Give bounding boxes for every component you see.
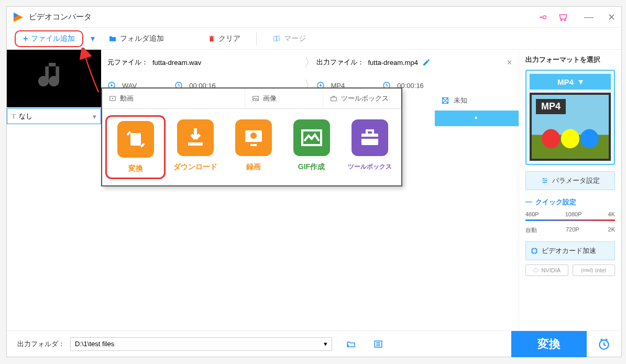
- chip-icon: [530, 247, 539, 255]
- convert-icon: [123, 127, 148, 152]
- svg-point-22: [545, 180, 546, 181]
- folder-icon: [108, 35, 117, 43]
- merge-icon: [272, 35, 281, 42]
- close-button[interactable]: ✕: [607, 13, 616, 22]
- tool-toolbox[interactable]: ツールボックス: [343, 119, 396, 175]
- res-480p[interactable]: 480P: [525, 211, 539, 217]
- resolution-slider[interactable]: [525, 219, 615, 221]
- quick-settings-label: クイック設定: [535, 197, 576, 207]
- tool-gif[interactable]: GIF作成: [285, 119, 338, 175]
- trash-icon: [208, 35, 215, 43]
- format-selector[interactable]: MP4 ▾ MP4: [525, 70, 615, 165]
- briefcase-icon: [357, 125, 382, 150]
- svg-point-18: [542, 129, 560, 149]
- gpu-nvidia-label: NVIDIA: [541, 267, 561, 273]
- gpu-accel-button[interactable]: ビデオカード加速: [525, 241, 615, 260]
- res-1080p[interactable]: 1080P: [565, 211, 582, 217]
- edit-bar-icon: [471, 114, 482, 123]
- tool-record-label: 録画: [246, 162, 261, 172]
- annotation-arrow: [78, 48, 109, 95]
- tools-tab-image[interactable]: 画像: [245, 89, 323, 108]
- tool-gif-label: GIF作成: [298, 162, 325, 172]
- svg-point-19: [561, 129, 579, 149]
- tool-download-label: ダウンロード: [173, 162, 217, 172]
- svg-rect-8: [331, 97, 337, 101]
- add-file-button[interactable]: + ファイル追加: [15, 30, 83, 47]
- tool-download[interactable]: ダウンロード: [169, 119, 222, 175]
- add-folder-label: フォルダ追加: [120, 34, 164, 43]
- svg-point-21: [543, 178, 544, 179]
- minimize-button[interactable]: —: [584, 13, 594, 22]
- gif-icon: [299, 125, 324, 150]
- res-auto[interactable]: 自動: [525, 226, 537, 234]
- gpu-btn-label: ビデオカード加速: [542, 246, 596, 256]
- merge-label: マージ: [284, 34, 306, 43]
- plus-icon: +: [23, 34, 28, 43]
- toolbox-icon: [330, 95, 338, 102]
- format-thumb-label: MP4: [536, 99, 566, 114]
- chevron-down-icon: ▾: [324, 340, 327, 348]
- tools-tab-toolbox-label: ツールボックス: [341, 94, 389, 103]
- tool-record[interactable]: 録画: [227, 119, 280, 175]
- source-filename: futta-dream.wav: [152, 59, 201, 67]
- cart-icon[interactable]: [558, 12, 568, 23]
- output-format-header: 出力フォーマットを選択: [525, 55, 615, 64]
- source-label: 元ファイル：: [107, 58, 148, 67]
- toolbar-separator: [256, 32, 257, 45]
- download-icon: [183, 125, 208, 150]
- chevron-down-icon: ▾: [579, 77, 583, 86]
- edit-bar-button[interactable]: [435, 111, 519, 126]
- svg-point-20: [580, 129, 599, 149]
- image-icon: [251, 95, 260, 102]
- output-folder-path: D:\1\test files: [75, 340, 114, 348]
- video-icon: [108, 95, 117, 102]
- format-thumbnail: MP4: [530, 93, 611, 161]
- tool-convert[interactable]: 変換: [105, 115, 166, 179]
- svg-rect-9: [130, 133, 141, 146]
- tool-convert-label: 変換: [128, 164, 143, 173]
- edit-icon[interactable]: [422, 58, 431, 67]
- res-4k[interactable]: 4K: [608, 211, 615, 217]
- tools-tab-video[interactable]: 動画: [102, 89, 245, 108]
- tools-tab-toolbox[interactable]: ツールボックス: [323, 89, 401, 108]
- app-logo-icon: [12, 11, 25, 24]
- open-folder-icon[interactable]: [345, 339, 357, 349]
- parameter-settings-button[interactable]: パラメータ設定: [525, 171, 615, 190]
- gpu-chip-intel: (intel) Intel: [573, 264, 616, 276]
- list-icon[interactable]: [372, 339, 384, 349]
- clear-button[interactable]: クリア: [202, 31, 247, 47]
- nvidia-eye-icon: [533, 267, 539, 273]
- subtitle-dropdown[interactable]: T なし ▾: [7, 108, 101, 124]
- subtitle-label: なし: [19, 112, 32, 121]
- gpu-intel-label: Intel: [595, 267, 606, 273]
- add-folder-button[interactable]: フォルダ追加: [102, 31, 170, 47]
- svg-rect-14: [361, 134, 378, 145]
- merge-button[interactable]: マージ: [266, 31, 312, 47]
- app-title: ビデオコンバータ: [29, 12, 539, 22]
- output-folder-label: 出力フォルダ：: [17, 339, 65, 349]
- bottom-bar: 出力フォルダ： D:\1\test files ▾ 変換: [7, 330, 621, 357]
- svg-rect-15: [361, 137, 378, 139]
- add-file-dropdown[interactable]: ▾: [91, 34, 95, 43]
- output-folder-input[interactable]: D:\1\test files ▾: [70, 337, 332, 351]
- output-size: 未知: [454, 96, 467, 105]
- add-file-label: ファイル追加: [31, 34, 75, 43]
- remove-item-button[interactable]: ✕: [507, 59, 512, 67]
- chevron-down-icon: ▾: [93, 113, 96, 120]
- convert-button[interactable]: 変換: [511, 331, 587, 357]
- dash-icon: —: [525, 197, 532, 207]
- key-icon[interactable]: [539, 13, 548, 22]
- format-name: MP4: [557, 78, 574, 86]
- sliders-icon: [541, 177, 549, 184]
- titlebar: ビデオコンバータ — ✕: [7, 7, 621, 28]
- music-note-icon: [33, 58, 75, 100]
- svg-point-12: [250, 133, 257, 139]
- record-icon: [241, 125, 266, 150]
- res-2k[interactable]: 2K: [608, 226, 615, 234]
- chevron-right-icon: 〉: [304, 54, 316, 71]
- res-720p[interactable]: 720P: [566, 226, 579, 234]
- schedule-icon[interactable]: [597, 337, 611, 351]
- size-icon: [441, 96, 449, 105]
- output-filename: futta-dream.mp4: [368, 59, 418, 67]
- gpu-chip-nvidia: NVIDIA: [525, 264, 568, 276]
